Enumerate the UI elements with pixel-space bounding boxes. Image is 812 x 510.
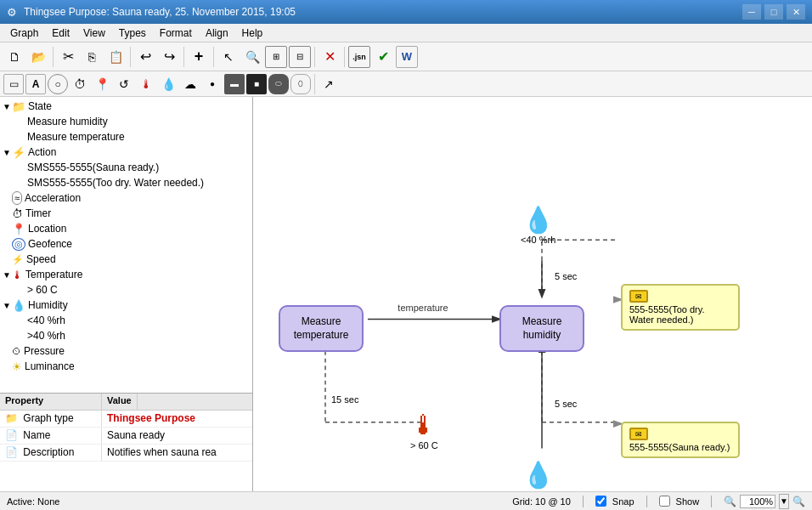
therm-label: > 60 C: [410, 440, 438, 450]
tree-item-location[interactable]: 📍 Location: [0, 221, 252, 236]
prop-row-description[interactable]: 📄 Description Notifies when sauna rea: [0, 445, 252, 462]
sms-node-sauna-ready[interactable]: ✉ 555-5555(Sauna ready.): [621, 422, 740, 458]
undo-button[interactable]: ↩: [134, 46, 156, 68]
prop-row-name[interactable]: 📄 Name Sauna ready: [0, 428, 252, 445]
sms-too-dry-label: 555-5555(Too dry.Water needed.): [629, 304, 704, 325]
json-button[interactable]: .jsn: [348, 46, 370, 68]
grid-button[interactable]: ⊟: [289, 46, 311, 68]
menu-align[interactable]: Align: [199, 26, 235, 41]
left-panel: ▼ 📁 State Measure humidity Measure tempe…: [0, 97, 253, 491]
tree-item-temperature[interactable]: ▼ 🌡 Temperature: [0, 267, 252, 282]
tree-item-acceleration[interactable]: ≈ Acceleration: [0, 190, 252, 206]
open-button[interactable]: 📂: [27, 46, 49, 68]
tree-item-gt60[interactable]: > 60 C: [0, 282, 252, 298]
location-pin-button[interactable]: 📍: [92, 74, 112, 94]
validate-button[interactable]: ✔: [372, 46, 394, 68]
prop-row-graph-type[interactable]: 📁 Graph type Thingsee Purpose: [0, 411, 252, 428]
delete-button[interactable]: ✕: [319, 46, 341, 68]
tree-item-measure-temp[interactable]: Measure temperature: [0, 129, 252, 144]
tree-item-measure-humidity[interactable]: Measure humidity: [0, 114, 252, 129]
tree-expand-action[interactable]: ▼: [2, 148, 12, 157]
drop-top-label: <40 %rh: [521, 235, 555, 245]
add-button[interactable]: +: [188, 46, 210, 68]
active-status: Active: None: [7, 496, 59, 507]
location-icon: 📍: [12, 223, 25, 235]
tree-item-sms-sauna[interactable]: SMS555-5555(Sauna ready.): [0, 160, 252, 175]
tree-item-sms-dry[interactable]: SMS555-5555(Too dry. Water needed.): [0, 175, 252, 190]
cut-button[interactable]: ✂: [57, 46, 79, 68]
arrow-button[interactable]: ↗: [319, 74, 339, 94]
tree-item-action[interactable]: ▼ ⚡ Action: [0, 144, 252, 160]
properties-panel: Property Value 📁 Graph type Thingsee Pur…: [0, 394, 252, 491]
sms-node-too-dry[interactable]: ✉ 555-5555(Too dry.Water needed.): [621, 284, 740, 331]
tree-item-luminance[interactable]: ☀ Luminance: [0, 359, 252, 374]
menu-format[interactable]: Format: [153, 26, 199, 41]
tree-item-lt40[interactable]: <40 %rh: [0, 313, 252, 328]
rect-bar-button[interactable]: ▬: [224, 74, 245, 94]
drop-bottom: 💧 >40 %rh: [521, 462, 555, 491]
zoom-search-icon: 🔍: [724, 496, 736, 507]
menu-graph[interactable]: Graph: [3, 26, 45, 41]
tree-item-humidity[interactable]: ▼ 💧 Humidity: [0, 298, 252, 313]
tree-item-pressure[interactable]: ⏲ Pressure: [0, 343, 252, 359]
menu-types[interactable]: Types: [112, 26, 153, 41]
prop-value-graph-type: Thingsee Purpose: [102, 411, 200, 427]
thermometer-button[interactable]: 🌡: [136, 74, 156, 94]
fit-button[interactable]: ⊞: [265, 46, 287, 68]
canvas-area[interactable]: temperature: [253, 97, 812, 491]
show-group: Show: [659, 496, 700, 507]
menu-edit[interactable]: Edit: [45, 26, 76, 41]
close-button[interactable]: ✕: [787, 4, 805, 20]
zoom-region-button[interactable]: 🔍: [241, 46, 263, 68]
prop-name-graph-type: 📁 Graph type: [0, 411, 102, 427]
tree-panel[interactable]: ▼ 📁 State Measure humidity Measure tempe…: [0, 97, 252, 394]
node-measure-temp[interactable]: Measuretemperature: [279, 305, 364, 352]
tree-expand-state[interactable]: ▼: [2, 102, 12, 111]
word-button[interactable]: W: [396, 46, 418, 68]
menu-help[interactable]: Help: [235, 26, 270, 41]
grid-label: Grid: 10 @ 10: [512, 496, 571, 507]
menu-view[interactable]: View: [76, 26, 112, 41]
prop-name-description: 📄 Description: [0, 445, 102, 461]
zoom-input[interactable]: [740, 495, 775, 508]
select-all-button[interactable]: ▭: [3, 74, 24, 94]
tree-expand-temp[interactable]: ▼: [2, 270, 12, 280]
tree-item-timer[interactable]: ⏱ Timer: [0, 206, 252, 221]
tree-label-sms-sauna: SMS555-5555(Sauna ready.): [27, 162, 159, 173]
toolbar-separator-5: [314, 47, 315, 67]
tree-expand-hum[interactable]: ▼: [2, 301, 12, 310]
luminance-icon: ☀: [12, 360, 22, 373]
node-measure-hum[interactable]: Measurehumidity: [499, 305, 584, 352]
minimize-button[interactable]: ─: [742, 4, 761, 20]
time-button[interactable]: ⏱: [70, 74, 90, 94]
dark-rect-button[interactable]: ■: [246, 74, 267, 94]
new-button[interactable]: 🗋: [3, 46, 25, 68]
select-button[interactable]: ↖: [217, 46, 240, 68]
thermometer-icon: 🌡: [410, 411, 437, 439]
drop-button[interactable]: 💧: [158, 74, 178, 94]
tree-item-geofence[interactable]: ◎ Geofence: [0, 236, 252, 252]
tree-item-state[interactable]: ▼ 📁 State: [0, 99, 252, 114]
snap-checkbox[interactable]: [595, 496, 606, 507]
maximize-button[interactable]: □: [764, 4, 783, 20]
tree-label-location: Location: [28, 223, 66, 235]
dot-button[interactable]: ●: [202, 74, 223, 94]
copy-button[interactable]: ⎘: [81, 46, 103, 68]
tree-item-gt40[interactable]: >40 %rh: [0, 328, 252, 343]
tree-item-speed[interactable]: ⚡ Speed: [0, 252, 252, 267]
paste-button[interactable]: 📋: [104, 46, 127, 68]
text-button[interactable]: A: [25, 74, 46, 94]
loop-button[interactable]: ↺: [114, 74, 134, 94]
pill-button[interactable]: ⬭: [268, 74, 289, 94]
ellipse-button[interactable]: ○: [48, 74, 68, 94]
show-checkbox[interactable]: [659, 496, 670, 507]
redo-button[interactable]: ↪: [158, 46, 180, 68]
zoom-dropdown-button[interactable]: ▼: [779, 494, 789, 509]
tree-label-timer: Timer: [25, 207, 51, 219]
envelope-icon-bottom: ✉: [629, 428, 648, 440]
prop-value-name: Sauna ready: [102, 428, 170, 444]
label-5sec-top: 5 sec: [555, 271, 577, 281]
light-pill-button[interactable]: ⬯: [290, 74, 311, 94]
pressure-button[interactable]: ☁: [180, 74, 200, 94]
tree-label-gt40: >40 %rh: [27, 330, 65, 342]
